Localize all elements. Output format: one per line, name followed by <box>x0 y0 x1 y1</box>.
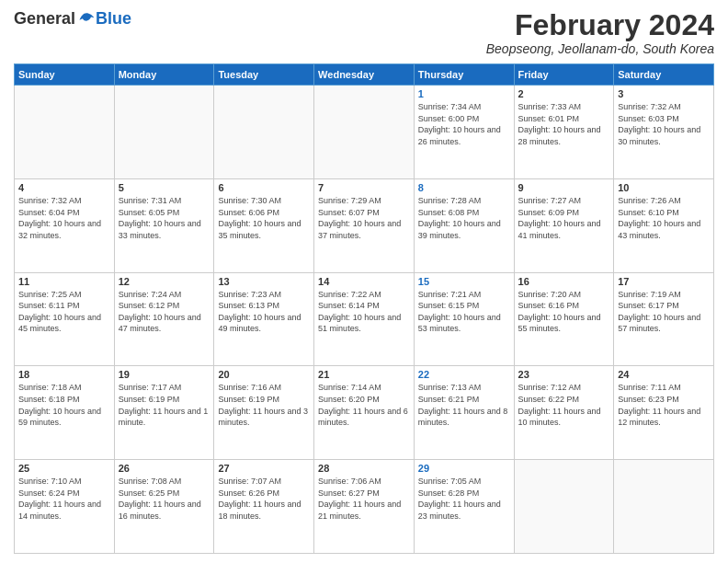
day-info: Sunrise: 7:30 AM Sunset: 6:06 PM Dayligh… <box>218 195 310 241</box>
table-row: 12Sunrise: 7:24 AM Sunset: 6:12 PM Dayli… <box>114 272 214 366</box>
table-row: 19Sunrise: 7:17 AM Sunset: 6:19 PM Dayli… <box>114 366 214 460</box>
subtitle: Beopseong, Jeollanam-do, South Korea <box>486 41 714 56</box>
day-info: Sunrise: 7:08 AM Sunset: 6:25 PM Dayligh… <box>119 476 210 522</box>
day-info: Sunrise: 7:20 AM Sunset: 6:16 PM Dayligh… <box>518 289 610 335</box>
calendar-header-row: Sunday Monday Tuesday Wednesday Thursday… <box>15 64 714 86</box>
col-monday: Monday <box>114 64 214 86</box>
table-row: 4Sunrise: 7:32 AM Sunset: 6:04 PM Daylig… <box>15 178 115 272</box>
logo-general: General <box>14 9 75 29</box>
table-row: 18Sunrise: 7:18 AM Sunset: 6:18 PM Dayli… <box>15 366 115 460</box>
day-info: Sunrise: 7:19 AM Sunset: 6:17 PM Dayligh… <box>618 289 710 335</box>
title-area: February 2024 Beopseong, Jeollanam-do, S… <box>486 9 714 56</box>
calendar-week-row: 25Sunrise: 7:10 AM Sunset: 6:24 PM Dayli… <box>15 460 714 554</box>
table-row: 11Sunrise: 7:25 AM Sunset: 6:11 PM Dayli… <box>15 272 115 366</box>
day-number: 18 <box>18 369 110 380</box>
col-thursday: Thursday <box>414 64 514 86</box>
calendar-week-row: 18Sunrise: 7:18 AM Sunset: 6:18 PM Dayli… <box>15 366 714 460</box>
day-info: Sunrise: 7:17 AM Sunset: 6:19 PM Dayligh… <box>119 382 210 428</box>
logo-blue: Blue <box>96 9 131 29</box>
table-row: 21Sunrise: 7:14 AM Sunset: 6:20 PM Dayli… <box>314 366 415 460</box>
day-number: 7 <box>318 182 410 193</box>
col-friday: Friday <box>514 64 614 86</box>
table-row: 23Sunrise: 7:12 AM Sunset: 6:22 PM Dayli… <box>514 366 614 460</box>
table-row: 24Sunrise: 7:11 AM Sunset: 6:23 PM Dayli… <box>614 366 714 460</box>
table-row <box>15 86 115 179</box>
table-row <box>514 460 614 554</box>
day-info: Sunrise: 7:10 AM Sunset: 6:24 PM Dayligh… <box>18 476 110 522</box>
day-number: 28 <box>318 463 410 474</box>
logo: General Blue <box>14 9 131 29</box>
day-number: 3 <box>618 88 710 99</box>
day-info: Sunrise: 7:27 AM Sunset: 6:09 PM Dayligh… <box>518 195 610 241</box>
table-row: 29Sunrise: 7:05 AM Sunset: 6:28 PM Dayli… <box>414 460 514 554</box>
day-number: 15 <box>418 276 510 287</box>
day-info: Sunrise: 7:13 AM Sunset: 6:21 PM Dayligh… <box>418 382 510 428</box>
day-number: 6 <box>218 182 310 193</box>
table-row: 9Sunrise: 7:27 AM Sunset: 6:09 PM Daylig… <box>514 178 614 272</box>
table-row: 5Sunrise: 7:31 AM Sunset: 6:05 PM Daylig… <box>114 178 214 272</box>
day-number: 5 <box>119 182 210 193</box>
day-number: 29 <box>418 463 510 474</box>
col-sunday: Sunday <box>15 64 115 86</box>
day-info: Sunrise: 7:26 AM Sunset: 6:10 PM Dayligh… <box>618 195 710 241</box>
table-row: 28Sunrise: 7:06 AM Sunset: 6:27 PM Dayli… <box>314 460 415 554</box>
month-title: February 2024 <box>486 9 714 41</box>
table-row <box>614 460 714 554</box>
day-info: Sunrise: 7:12 AM Sunset: 6:22 PM Dayligh… <box>518 382 610 428</box>
header: General Blue February 2024 Beopseong, Je… <box>14 9 714 56</box>
table-row: 15Sunrise: 7:21 AM Sunset: 6:15 PM Dayli… <box>414 272 514 366</box>
table-row: 17Sunrise: 7:19 AM Sunset: 6:17 PM Dayli… <box>614 272 714 366</box>
day-info: Sunrise: 7:31 AM Sunset: 6:05 PM Dayligh… <box>119 195 210 241</box>
table-row: 16Sunrise: 7:20 AM Sunset: 6:16 PM Dayli… <box>514 272 614 366</box>
day-info: Sunrise: 7:32 AM Sunset: 6:03 PM Dayligh… <box>618 101 710 147</box>
col-tuesday: Tuesday <box>214 64 314 86</box>
calendar-week-row: 4Sunrise: 7:32 AM Sunset: 6:04 PM Daylig… <box>15 178 714 272</box>
table-row: 2Sunrise: 7:33 AM Sunset: 6:01 PM Daylig… <box>514 86 614 179</box>
day-number: 16 <box>518 276 610 287</box>
day-number: 21 <box>318 369 410 380</box>
day-info: Sunrise: 7:23 AM Sunset: 6:13 PM Dayligh… <box>218 289 310 335</box>
day-number: 23 <box>518 369 610 380</box>
logo-bird-icon <box>77 10 96 29</box>
day-info: Sunrise: 7:25 AM Sunset: 6:11 PM Dayligh… <box>18 289 110 335</box>
calendar-week-row: 1Sunrise: 7:34 AM Sunset: 6:00 PM Daylig… <box>15 86 714 179</box>
page: General Blue February 2024 Beopseong, Je… <box>0 0 728 563</box>
day-number: 20 <box>218 369 310 380</box>
day-number: 4 <box>18 182 110 193</box>
day-number: 26 <box>119 463 210 474</box>
table-row <box>114 86 214 179</box>
day-info: Sunrise: 7:11 AM Sunset: 6:23 PM Dayligh… <box>618 382 710 428</box>
table-row: 8Sunrise: 7:28 AM Sunset: 6:08 PM Daylig… <box>414 178 514 272</box>
day-info: Sunrise: 7:34 AM Sunset: 6:00 PM Dayligh… <box>418 101 510 147</box>
table-row <box>314 86 415 179</box>
table-row: 22Sunrise: 7:13 AM Sunset: 6:21 PM Dayli… <box>414 366 514 460</box>
day-info: Sunrise: 7:14 AM Sunset: 6:20 PM Dayligh… <box>318 382 410 428</box>
col-wednesday: Wednesday <box>314 64 415 86</box>
table-row: 6Sunrise: 7:30 AM Sunset: 6:06 PM Daylig… <box>214 178 314 272</box>
calendar-table: Sunday Monday Tuesday Wednesday Thursday… <box>14 63 714 554</box>
day-info: Sunrise: 7:05 AM Sunset: 6:28 PM Dayligh… <box>418 476 510 522</box>
logo-text: General Blue <box>14 9 131 29</box>
day-number: 12 <box>119 276 210 287</box>
table-row: 14Sunrise: 7:22 AM Sunset: 6:14 PM Dayli… <box>314 272 415 366</box>
calendar-week-row: 11Sunrise: 7:25 AM Sunset: 6:11 PM Dayli… <box>15 272 714 366</box>
day-number: 13 <box>218 276 310 287</box>
table-row: 10Sunrise: 7:26 AM Sunset: 6:10 PM Dayli… <box>614 178 714 272</box>
table-row: 20Sunrise: 7:16 AM Sunset: 6:19 PM Dayli… <box>214 366 314 460</box>
day-info: Sunrise: 7:06 AM Sunset: 6:27 PM Dayligh… <box>318 476 410 522</box>
day-number: 10 <box>618 182 710 193</box>
day-info: Sunrise: 7:24 AM Sunset: 6:12 PM Dayligh… <box>119 289 210 335</box>
day-number: 11 <box>18 276 110 287</box>
day-info: Sunrise: 7:29 AM Sunset: 6:07 PM Dayligh… <box>318 195 410 241</box>
day-number: 17 <box>618 276 710 287</box>
table-row: 13Sunrise: 7:23 AM Sunset: 6:13 PM Dayli… <box>214 272 314 366</box>
day-number: 19 <box>119 369 210 380</box>
table-row: 27Sunrise: 7:07 AM Sunset: 6:26 PM Dayli… <box>214 460 314 554</box>
day-info: Sunrise: 7:18 AM Sunset: 6:18 PM Dayligh… <box>18 382 110 428</box>
day-info: Sunrise: 7:16 AM Sunset: 6:19 PM Dayligh… <box>218 382 310 428</box>
day-number: 8 <box>418 182 510 193</box>
table-row: 26Sunrise: 7:08 AM Sunset: 6:25 PM Dayli… <box>114 460 214 554</box>
day-info: Sunrise: 7:07 AM Sunset: 6:26 PM Dayligh… <box>218 476 310 522</box>
day-number: 27 <box>218 463 310 474</box>
table-row: 1Sunrise: 7:34 AM Sunset: 6:00 PM Daylig… <box>414 86 514 179</box>
